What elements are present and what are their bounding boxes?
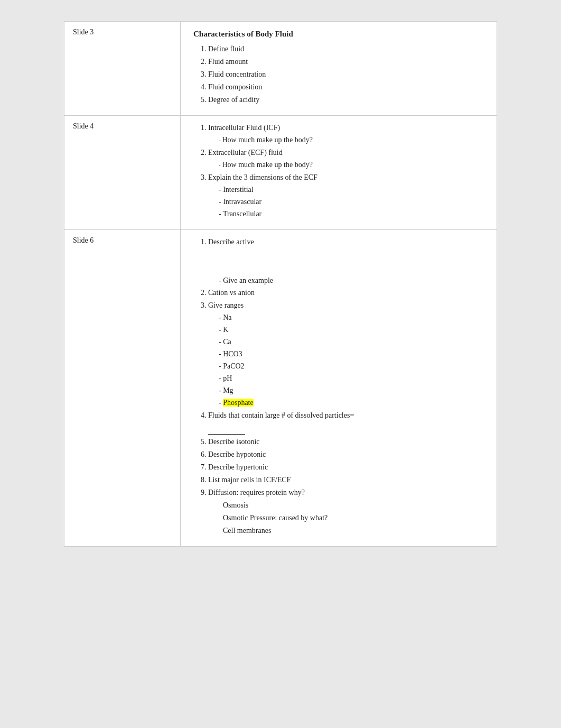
list-item: Fluid concentration xyxy=(208,69,484,80)
list-item: Phosphate xyxy=(219,397,484,408)
phosphate-highlight: Phosphate xyxy=(223,399,254,407)
dash-list: Interstitial Intravascular Transcellular xyxy=(208,184,484,219)
list-item: Ca xyxy=(219,336,484,347)
slide-4-content: Intracellular Fluid (ICF) How much make … xyxy=(181,116,497,229)
list-item: Cation vs anion xyxy=(208,287,484,298)
blank-line xyxy=(208,423,245,435)
slide-6-label: Slide 6 xyxy=(64,230,181,546)
slide-3-content: Characteristics of Body Fluid Define flu… xyxy=(181,22,497,115)
list-item: Diffusion: requires protein why? xyxy=(208,487,484,498)
list-item: Cell membranes xyxy=(223,525,484,536)
list-item: Osmosis xyxy=(223,500,484,511)
slide-3-list: Define fluid Fluid amount Fluid concentr… xyxy=(193,43,484,105)
page-container: Slide 3 Characteristics of Body Fluid De… xyxy=(64,21,497,547)
list-item: Fluid amount xyxy=(208,56,484,67)
slide-4-list: Intracellular Fluid (ICF) How much make … xyxy=(193,122,484,219)
slide-3-label: Slide 3 xyxy=(64,22,181,115)
slide-3-title: Characteristics of Body Fluid xyxy=(193,28,484,40)
dash-list: Na K Ca HCO3 PaCO2 pH Mg Phosphate xyxy=(208,312,484,408)
list-item: How much make up the body? xyxy=(219,159,484,170)
dash-list: Give an example xyxy=(208,275,484,286)
slide-6-list: Describe active Give an example Cation v… xyxy=(193,236,484,536)
list-item: pH xyxy=(219,373,484,384)
list-item: List major cells in ICF/ECF xyxy=(208,474,484,485)
sub-list: How much make up the body? xyxy=(208,134,484,145)
list-item: Mg xyxy=(219,385,484,396)
slide-6-row: Slide 6 Describe active Give an example … xyxy=(64,230,497,546)
list-item: Osmotic Pressure: caused by what? xyxy=(223,512,484,523)
list-item: Give ranges Na K Ca HCO3 PaCO2 pH Mg Pho… xyxy=(208,300,484,408)
list-item: Extracellular (ECF) fluid How much make … xyxy=(208,147,484,170)
list-item: Give an example xyxy=(219,275,484,286)
list-item: K xyxy=(219,324,484,335)
list-item: HCO3 xyxy=(219,348,484,360)
list-item: Describe active Give an example xyxy=(208,236,484,286)
list-item: Intracellular Fluid (ICF) How much make … xyxy=(208,122,484,145)
list-item: Describe isotonic xyxy=(208,436,484,447)
list-item: Fluid composition xyxy=(208,81,484,93)
slide-6-content: Describe active Give an example Cation v… xyxy=(181,230,497,546)
list-item: Na xyxy=(219,312,484,323)
list-item: Define fluid xyxy=(208,43,484,54)
list-item: Transcellular xyxy=(219,208,484,219)
list-item: Fluids that contain large # of dissolved… xyxy=(208,410,484,435)
list-item: Interstitial xyxy=(219,184,484,195)
list-item: Degree of acidity xyxy=(208,94,484,105)
sub-list: How much make up the body? xyxy=(208,159,484,170)
list-item: Describe hypertonic xyxy=(208,462,484,473)
slide-3-row: Slide 3 Characteristics of Body Fluid De… xyxy=(64,22,497,116)
slide-4-label: Slide 4 xyxy=(64,116,181,229)
list-item: Describe hypotonic xyxy=(208,449,484,460)
list-item: PaCO2 xyxy=(219,361,484,372)
list-item: How much make up the body? xyxy=(219,134,484,145)
list-item: Intravascular xyxy=(219,196,484,207)
slide-4-row: Slide 4 Intracellular Fluid (ICF) How mu… xyxy=(64,116,497,230)
list-item: Explain the 3 dimensions of the ECF Inte… xyxy=(208,172,484,219)
